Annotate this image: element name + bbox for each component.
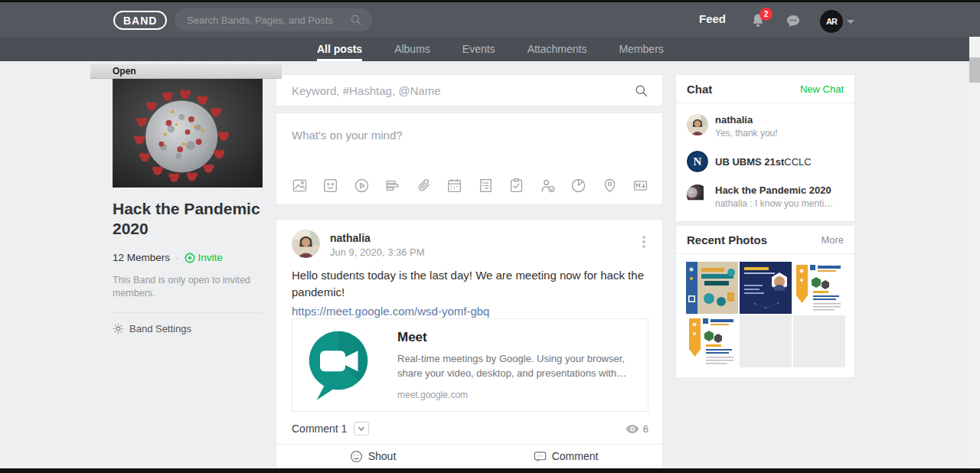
photo-icon[interactable] — [292, 178, 308, 194]
chat-list: nathalia Yes, thank you! N UB UBMS 21stC… — [676, 103, 854, 221]
recent-photos-header: Recent Photos More — [676, 226, 854, 254]
band-settings-label: Band Settings — [129, 323, 191, 334]
chevron-down-icon — [358, 425, 365, 432]
screen-bottom-edge — [0, 468, 980, 473]
band-tabbar: All posts Albums Events Attachments Memb… — [0, 37, 980, 61]
open-button-label[interactable]: Open — [113, 66, 136, 77]
notification-count-badge: 2 — [760, 8, 773, 21]
post-link[interactable]: https://meet.google.com/wsd-yomf-gbq — [292, 303, 489, 320]
attendance-check-icon[interactable] — [540, 178, 556, 194]
divider — [113, 312, 263, 313]
calendar-icon[interactable] — [446, 178, 462, 194]
account-menu-caret-icon[interactable] — [847, 20, 854, 24]
browser-open-bar[interactable]: Open — [90, 64, 282, 79]
link-preview-domain: meet.google.com — [397, 390, 634, 400]
chat-last-message: nathalia : I know you mentione… — [715, 198, 838, 209]
tab-members[interactable]: Members — [619, 37, 663, 61]
post-search-card — [276, 74, 663, 106]
chat-panel-header: Chat New Chat — [676, 75, 854, 103]
new-chat-button[interactable]: New Chat — [800, 83, 844, 95]
recent-photo-thumbnail[interactable] — [740, 262, 792, 314]
global-search-input[interactable] — [175, 15, 350, 26]
view-count-value: 6 — [643, 423, 648, 435]
shout-label: Shout — [368, 450, 397, 462]
post-card: nathalia Jun 9, 2020, 3:36 PM Hello stud… — [276, 219, 663, 468]
recent-photo-thumbnail[interactable] — [686, 262, 738, 314]
photo-placeholder — [740, 315, 792, 367]
feed-column: What's on your mind? nathalia Jun 9, 202… — [276, 74, 663, 468]
page-scrollbar[interactable] — [969, 37, 980, 468]
smiley-icon — [350, 450, 363, 463]
band-logo[interactable]: BAND — [113, 11, 167, 30]
right-sidebar: Chat New Chat nathalia Yes, thank you! N… — [675, 74, 855, 378]
view-count: 6 — [626, 423, 648, 435]
tab-events[interactable]: Events — [462, 37, 495, 61]
markdown-icon[interactable] — [632, 178, 648, 194]
post-author-avatar[interactable] — [292, 230, 320, 258]
feed-link[interactable]: Feed — [699, 12, 726, 25]
shout-button[interactable]: Shout — [276, 445, 469, 468]
band-settings-button[interactable]: Band Settings — [113, 323, 263, 334]
user-avatar-initials: AR — [826, 17, 837, 26]
band-logo-text: BAND — [123, 15, 157, 27]
post-body: Hello students today is the last day! We… — [292, 267, 648, 320]
scrollbar-thumb[interactable] — [969, 57, 980, 83]
more-photos-link[interactable]: More — [821, 234, 844, 246]
band-info-panel: Hack the Pandemic 2020 12 Members · Invi… — [113, 78, 263, 334]
sticker-icon[interactable] — [322, 178, 338, 194]
invite-button[interactable]: Invite — [185, 252, 223, 263]
top-navbar: BAND Feed 2 AR — [0, 2, 980, 37]
post-timestamp: Jun 9, 2020, 3:36 PM — [330, 246, 425, 258]
location-icon[interactable] — [602, 178, 618, 194]
band-cover-image[interactable] — [113, 78, 263, 188]
google-meet-logo-icon — [304, 328, 373, 403]
band-title: Hack the Pandemic 2020 — [113, 199, 263, 239]
chat-avatar — [687, 114, 708, 135]
chat-last-message: Yes, thank you! — [715, 128, 778, 139]
chart-icon[interactable] — [570, 178, 586, 194]
screen-top-edge — [0, 0, 980, 2]
recent-photos-panel: Recent Photos More — [675, 225, 855, 378]
link-preview-title: Meet — [397, 330, 634, 345]
user-avatar[interactable]: AR — [820, 10, 843, 33]
post-author-name[interactable]: nathalia — [330, 232, 371, 244]
eye-icon — [626, 424, 639, 434]
recent-photo-thumbnail[interactable] — [793, 262, 845, 314]
composer-placeholder[interactable]: What's on your mind? — [292, 129, 403, 142]
tab-attachments[interactable]: Attachments — [528, 37, 587, 61]
todo-icon[interactable] — [508, 178, 524, 194]
recent-photos-title: Recent Photos — [687, 233, 767, 246]
chat-item-hack-the-pandemic[interactable]: Hack the Pandemic 2020 nathalia : I know… — [676, 178, 854, 215]
poll-format-icon[interactable] — [384, 178, 400, 194]
member-count[interactable]: 12 Members — [113, 252, 170, 263]
post-search-input[interactable] — [276, 84, 635, 97]
file-attach-icon[interactable] — [416, 178, 432, 194]
tab-all-posts[interactable]: All posts — [317, 37, 362, 61]
band-privacy-note: This Band is only open to invited member… — [113, 274, 252, 300]
note-icon[interactable] — [478, 178, 494, 194]
video-icon[interactable] — [354, 178, 370, 194]
link-preview-description: Real-time meetings by Google. Using your… — [397, 351, 634, 380]
link-preview-thumbnail — [292, 319, 384, 411]
recent-photos-grid — [676, 254, 854, 377]
global-search[interactable] — [175, 8, 372, 31]
comment-count[interactable]: Comment 1 — [292, 422, 347, 435]
tab-albums[interactable]: Albums — [394, 37, 430, 61]
post-composer[interactable]: What's on your mind? — [276, 113, 663, 205]
chat-item-ub-ubms[interactable]: N UB UBMS 21stCCLC — [676, 145, 854, 178]
search-icon[interactable] — [350, 14, 362, 26]
comment-button[interactable]: Comment — [469, 445, 662, 468]
chat-avatar — [687, 184, 708, 206]
composer-toolbar — [292, 178, 648, 194]
band-tabs: All posts Albums Events Attachments Memb… — [317, 37, 664, 61]
photo-placeholder — [793, 315, 845, 367]
chat-item-nathalia[interactable]: nathalia Yes, thank you! — [676, 108, 854, 145]
search-icon[interactable] — [635, 84, 648, 97]
band-members-row: 12 Members · Invite — [113, 252, 263, 263]
link-preview-card[interactable]: Meet Real-time meetings by Google. Using… — [292, 318, 648, 412]
comment-expand-button[interactable] — [354, 422, 369, 435]
messages-icon[interactable] — [786, 14, 801, 28]
recent-photo-thumbnail[interactable] — [686, 315, 738, 367]
gear-icon — [113, 323, 124, 334]
post-more-menu-icon[interactable] — [637, 233, 651, 250]
